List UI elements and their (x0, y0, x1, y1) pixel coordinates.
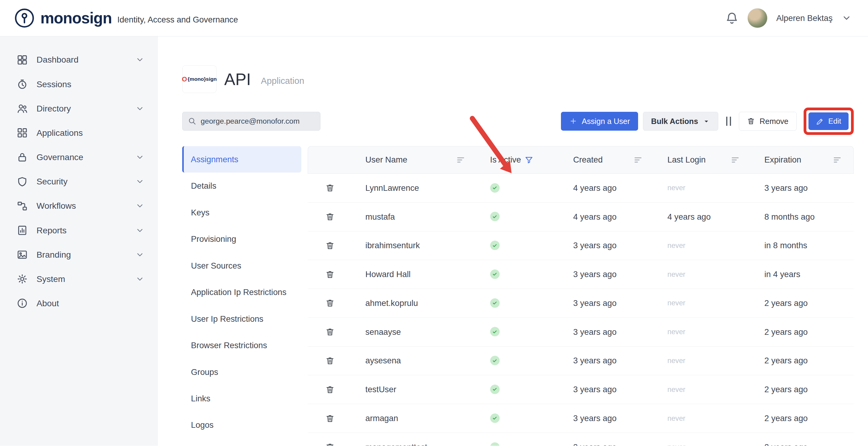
page-subtitle: Application (261, 72, 304, 86)
notifications-bell-icon[interactable] (725, 11, 739, 25)
cell-is-active (477, 404, 560, 433)
active-check-icon (490, 183, 500, 192)
tab-application-ip-restrictions[interactable]: Application Ip Restrictions (182, 279, 301, 305)
sidebar-item-label: Governance (36, 152, 83, 162)
tab-agreements[interactable]: Agreements (182, 438, 301, 446)
sidebar-item-dashboard[interactable]: Dashboard (0, 48, 157, 72)
delete-assignment-button[interactable] (320, 380, 339, 399)
column-expiration[interactable]: Expiration (751, 146, 854, 174)
tab-label: Provisioning (191, 234, 236, 244)
table-row: ibrahimsenturk 3 years ago never in 8 mo… (308, 232, 854, 260)
trash-icon (325, 356, 335, 365)
cell-is-active (477, 289, 560, 318)
sidebar-item-applications[interactable]: Applications (0, 121, 157, 145)
sidebar-item-directory[interactable]: Directory (0, 96, 157, 121)
delete-assignment-button[interactable] (320, 294, 339, 313)
tab-details[interactable]: Details (182, 173, 301, 199)
cell-expiration: in 8 months (751, 232, 854, 260)
sidebar-item-branding[interactable]: Branding (0, 242, 157, 267)
tab-keys[interactable]: Keys (182, 199, 301, 226)
cell-last-login: never (654, 347, 751, 376)
user-avatar[interactable] (747, 8, 768, 28)
tab-label: Keys (191, 208, 210, 217)
filter-icon (525, 156, 533, 164)
annotation-highlight-box: Edit (804, 108, 854, 135)
column-created[interactable]: Created (560, 146, 654, 174)
tab-logos[interactable]: Logos (182, 412, 301, 438)
applications-icon (17, 127, 28, 138)
sidebar-item-label: About (36, 298, 59, 308)
sidebar-item-about[interactable]: About (0, 291, 157, 316)
column-actions (308, 146, 352, 174)
sidebar-item-workflows[interactable]: Workflows (0, 194, 157, 218)
delete-assignment-button[interactable] (320, 352, 339, 370)
cell-last-login: 4 years ago (654, 203, 751, 232)
user-menu-name[interactable]: Alperen Bektaş (776, 13, 833, 23)
delete-assignment-button[interactable] (320, 179, 339, 198)
table-row: testUser 3 years ago never 2 years ago (308, 375, 854, 404)
application-logo-text: {mono}sign (188, 76, 217, 82)
tab-provisioning[interactable]: Provisioning (182, 226, 301, 252)
tab-user-ip-restrictions[interactable]: User Ip Restrictions (182, 306, 301, 332)
column-label: Is Active (490, 155, 521, 165)
cell-expiration: 2 years ago (751, 433, 854, 446)
column-label: User Name (365, 155, 407, 165)
delete-assignment-button[interactable] (320, 409, 339, 428)
table-row: LynnLawrence 4 years ago never 3 years a… (308, 174, 854, 203)
brand-logo[interactable]: monosign (13, 7, 112, 29)
sidebar-item-label: Sessions (36, 79, 71, 89)
tab-assignments[interactable]: Assignments (182, 146, 301, 173)
sidebar-item-sessions[interactable]: Sessions (0, 72, 157, 96)
cell-last-login: never (654, 260, 751, 289)
caret-down-icon (703, 117, 710, 125)
cell-user-name: senaayse (352, 318, 477, 347)
branding-icon (17, 249, 28, 260)
table-row: senaayse 3 years ago never 2 years ago (308, 318, 854, 347)
column-label: Last Login (667, 155, 706, 165)
delete-assignment-button[interactable] (320, 265, 339, 284)
column-last-login[interactable]: Last Login (654, 146, 751, 174)
sidebar-item-label: Workflows (36, 201, 76, 211)
cell-expiration: 2 years ago (751, 318, 854, 347)
chevron-down-icon (135, 153, 144, 161)
tab-browser-restrictions[interactable]: Browser Restrictions (182, 332, 301, 358)
workflows-icon (17, 201, 28, 211)
cell-user-name: aysesena (352, 347, 477, 376)
sidebar-item-reports[interactable]: Reports (0, 218, 157, 242)
sort-icon (456, 155, 466, 165)
trash-icon (325, 414, 335, 423)
delete-assignment-button[interactable] (320, 438, 339, 446)
cell-is-active (477, 347, 560, 376)
edit-button[interactable]: Edit (808, 112, 848, 130)
delete-assignment-button[interactable] (320, 236, 339, 255)
sidebar-item-governance[interactable]: Governance (0, 145, 157, 170)
cell-user-name: ahmet.koprulu (352, 289, 477, 318)
remove-button[interactable]: Remove (739, 112, 797, 131)
sidebar-item-system[interactable]: System (0, 267, 157, 291)
sidebar-item-label: System (36, 274, 65, 284)
delete-assignment-button[interactable] (320, 323, 339, 341)
sidebar-item-security[interactable]: Security (0, 170, 157, 194)
tab-groups[interactable]: Groups (182, 359, 301, 385)
tab-links[interactable]: Links (182, 385, 301, 412)
assign-a-user-button[interactable]: Assign a User (561, 112, 638, 131)
page-title: API (224, 69, 251, 89)
tab-user-sources[interactable]: User Sources (182, 252, 301, 279)
cell-user-name: armagan (352, 404, 477, 433)
table-row: armagan 3 years ago never 2 years ago (308, 404, 854, 433)
cell-user-name: LynnLawrence (352, 174, 477, 203)
cell-last-login: never (654, 375, 751, 404)
cell-last-login: never (654, 404, 751, 433)
table-body: LynnLawrence 4 years ago never 3 years a… (308, 174, 854, 446)
column-is-active[interactable]: Is Active (477, 146, 560, 174)
bulk-actions-button[interactable]: Bulk Actions (643, 112, 718, 131)
reports-icon (17, 225, 28, 236)
delete-assignment-button[interactable] (320, 208, 339, 226)
column-user-name[interactable]: User Name (352, 146, 477, 174)
assignments-table: User Name Is Active (308, 146, 854, 446)
user-menu-chevron-icon[interactable] (842, 13, 851, 23)
sort-icon (731, 155, 740, 165)
search-input[interactable] (201, 117, 315, 125)
column-label: Created (573, 155, 602, 165)
cell-last-login: never (654, 174, 751, 203)
